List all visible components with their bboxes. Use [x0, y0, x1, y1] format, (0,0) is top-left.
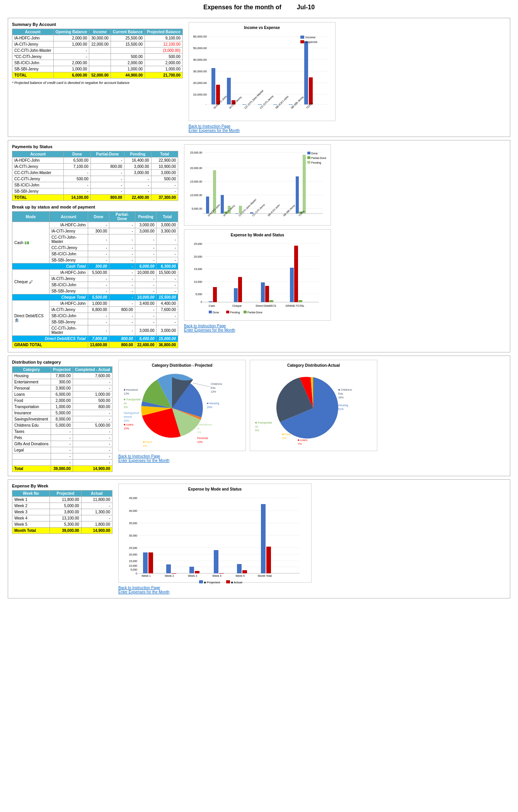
svg-text:Partial-Done: Partial-Done — [247, 311, 262, 314]
back-to-instruction-link-2[interactable]: Back to Instruction Page — [184, 324, 506, 328]
svg-rect-90 — [290, 268, 294, 302]
svg-text:10,000.00: 10,000.00 — [190, 194, 202, 197]
table-row: Savings/Investment8,000.00- — [12, 416, 112, 422]
svg-text:5,000: 5,000 — [195, 293, 202, 296]
table-row: CC-CITI-John-Master - (3,000.00) — [12, 48, 183, 54]
svg-text:Housing: Housing — [338, 404, 348, 407]
distribution-right: Category Distribution - Projected — [118, 360, 506, 463]
svg-rect-55 — [296, 176, 299, 214]
svg-text:-: - — [206, 103, 207, 106]
table-row: Loans6,000.001,000.00 — [12, 391, 112, 398]
enter-expenses-link-4[interactable]: Enter Expenses for the Month — [118, 590, 506, 594]
svg-rect-86 — [238, 277, 242, 302]
back-to-instruction-link-1[interactable]: Back to Instruction Page — [189, 124, 506, 128]
svg-text:stment: stment — [124, 415, 132, 418]
svg-text:■ Loans: ■ Loans — [298, 439, 308, 441]
svg-rect-177 — [226, 580, 230, 583]
svg-line-106 — [193, 383, 210, 387]
svg-rect-18 — [242, 104, 246, 105]
svg-text:Pending: Pending — [311, 161, 321, 164]
table-row: -- — [12, 460, 112, 466]
svg-text:5%: 5% — [255, 429, 259, 432]
dd-total-row: Direct Debit/ECS Total 7,800.00800.006,4… — [12, 336, 178, 342]
actual-pie-title: Category Distribution-Actual — [253, 363, 374, 368]
svg-text:35,000: 35,000 — [129, 522, 138, 525]
distribution-total-row: Total39,000.0014,900.00 — [12, 466, 112, 472]
back-to-instruction-link-3[interactable]: Back to Instruction Page — [118, 454, 506, 458]
enter-expenses-link-2[interactable]: Enter Expenses for the Month — [184, 328, 506, 332]
svg-text:■ Food: ■ Food — [282, 433, 291, 436]
svg-text:10,000: 10,000 — [194, 280, 203, 283]
svg-rect-167 — [261, 504, 266, 573]
svg-text:Personal: Personal — [197, 437, 208, 439]
svg-text:25,000.00: 25,000.00 — [190, 151, 202, 154]
svg-text:Edu: Edu — [211, 386, 216, 389]
svg-rect-164 — [219, 573, 224, 574]
table-row: IA-CITI-Jenny7,100.00800.003,000.0010,90… — [12, 164, 178, 170]
svg-rect-33 — [300, 40, 304, 43]
svg-text:■ Transportati: ■ Transportati — [124, 398, 141, 401]
back-to-instruction-link-4[interactable]: Back to Instruction Page — [118, 586, 506, 590]
projected-pie-svg: Childrens Edu 13% ■ Housing 20% Entertai… — [122, 369, 242, 447]
table-row: SB-SBI-Jenny---- — [12, 188, 178, 195]
page-title: Expenses for the month of Jul-10 — [0, 0, 518, 15]
table-row: Food2,000.00500.00 — [12, 398, 112, 404]
svg-rect-168 — [266, 547, 271, 573]
table-row: IA-HDFC-John6,500.00-16,400.0022,900.00 — [12, 157, 178, 164]
projected-pie-chart: Category Distribution - Projected — [118, 360, 246, 451]
weekly-svg: 45,000 40,000 35,000 30,000 25,000 20,00… — [122, 493, 311, 578]
svg-rect-175 — [199, 580, 203, 583]
enter-expenses-link-3[interactable]: Enter Expenses for the Month — [118, 458, 506, 463]
payments-status-chart: 25,000.00 20,000.00 15,000.00 10,000.00 … — [184, 144, 331, 226]
enter-expenses-link-1[interactable]: Enter Expenses for the Month — [189, 128, 506, 133]
svg-text:15,000: 15,000 — [129, 560, 138, 562]
svg-text:SB-ICICI-John: SB-ICICI-John — [267, 203, 281, 217]
weekly-right: Expense by Mode and Status 45,000 40,000… — [118, 484, 506, 594]
svg-text:■ Insurance: ■ Insurance — [124, 388, 138, 391]
cash-total-row: Cash Total 300.00-6,000.006,300.00 — [12, 263, 178, 270]
weekly-chart-title: Expense by Mode and Status — [122, 487, 308, 491]
distribution-left: Distribution by category Category Projec… — [12, 360, 112, 472]
svg-text:SB-SBI-Jenny: SB-SBI-Jenny — [283, 203, 296, 217]
table-row: IA-CITI-Jenny 1,000.00 22,000.00 15,500.… — [12, 41, 183, 48]
svg-text:13%: 13% — [124, 392, 129, 395]
svg-text:■ Actual: ■ Actual — [231, 581, 242, 584]
actual-pie-chart: Category Distribution-Actual ■ Chi — [250, 360, 377, 451]
svg-rect-83 — [209, 301, 213, 302]
svg-text:CC-CITI-Jenny: CC-CITI-Jenny — [259, 94, 274, 109]
table-row: Pets-- — [12, 435, 112, 441]
distribution-header: Distribution by category — [12, 360, 112, 364]
svg-rect-31 — [300, 36, 304, 39]
svg-text:7%: 7% — [298, 443, 302, 445]
svg-text:60,000.00: 60,000.00 — [193, 35, 207, 38]
svg-rect-101 — [244, 311, 247, 313]
svg-text:Week 3: Week 3 — [188, 574, 197, 577]
table-row: Week 111,800.0011,800.00 — [12, 497, 112, 503]
summary-header: Summary By Account — [12, 22, 183, 27]
svg-rect-87 — [261, 282, 265, 302]
svg-text:Savings/Inve: Savings/Inve — [124, 412, 139, 415]
svg-text:Done: Done — [311, 152, 318, 155]
table-row: Week 25,000.00- — [12, 503, 112, 509]
svg-rect-158 — [148, 552, 153, 573]
svg-text:0: 0 — [201, 301, 202, 303]
table-row: Gifts And Donations-- — [12, 441, 112, 447]
footnote: * Projected balance of credit card is de… — [12, 81, 183, 85]
table-row: CC-CITI-John-Master--3,000.003,000.00 — [12, 170, 178, 176]
svg-rect-166 — [242, 570, 247, 573]
svg-text:Month Total: Month Total — [258, 574, 272, 577]
svg-rect-88 — [265, 286, 269, 302]
svg-rect-14 — [211, 68, 215, 104]
svg-text:on: on — [255, 425, 258, 428]
table-row: Legal-- — [12, 447, 112, 453]
svg-text:Week 5: Week 5 — [235, 574, 245, 577]
payments-svg: 25,000.00 20,000.00 15,000.00 10,000.00 … — [187, 148, 331, 221]
table-row: Week 413,100.00- — [12, 515, 112, 521]
table-row: Transportation1,000.00800.00 — [12, 404, 112, 410]
svg-text:15%: 15% — [124, 427, 129, 430]
svg-text:40,000: 40,000 — [129, 509, 138, 512]
svg-text:Childrens: Childrens — [211, 383, 222, 385]
section4-nav-links: Back to Instruction Page Enter Expenses … — [118, 586, 506, 594]
breakdown-header: Break up by status and mode of payment — [12, 205, 178, 209]
svg-rect-99 — [226, 311, 229, 313]
